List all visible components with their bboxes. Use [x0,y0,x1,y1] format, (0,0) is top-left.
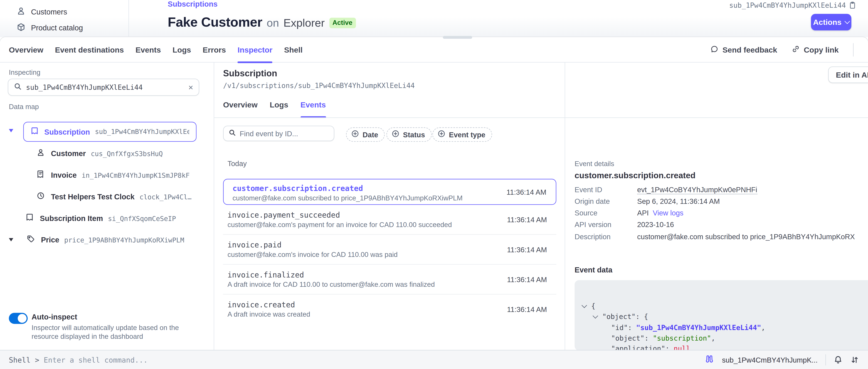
event-type: customer.subscription.created [232,184,363,193]
breadcrumb-subscriptions[interactable]: Subscriptions [168,0,218,8]
tab-logs[interactable]: Logs [173,37,191,62]
auto-inspect-label: Auto-inspect [32,313,77,321]
filter-chip-label: Date [363,130,378,139]
detail-label: Event ID [575,185,602,194]
shell-prompt-input[interactable]: Shell > Enter a shell command... [9,350,148,369]
invoice-icon [36,170,45,181]
event-row[interactable]: invoice.created A draft invoice was crea… [223,295,556,325]
shell-placeholder: Enter a shell command... [44,356,148,364]
box-icon [17,22,26,33]
event-row[interactable]: invoice.finalized A draft invoice for CA… [223,265,556,295]
tab-errors[interactable]: Errors [203,37,226,62]
detail-row-event-id: Event ID evt_1Pw4CoBY4YhJumpKw0ePNHFi [565,185,868,197]
tab-shell[interactable]: Shell [284,37,303,62]
tab-overview[interactable]: Overview [9,37,43,62]
resource-title: Subscription [223,69,277,79]
json-null-value: null [674,344,690,350]
shell-status-area: sub_1Pw4CmBY4YhJumpK... [705,350,859,369]
detail-value: Sep 6, 2024, 11:36:14 AM [637,197,720,205]
actions-button-label: Actions [813,18,841,27]
tree-item-label: Price [41,236,59,244]
tab-resource-events[interactable]: Events [301,92,326,117]
bell-icon[interactable] [834,356,843,365]
auto-inspect-toggle[interactable] [9,313,28,324]
detail-row-description: Description customer@fake.com subscribed… [565,233,868,244]
clipboard-icon[interactable] [849,1,857,11]
event-description: A draft invoice for CAD 110.00 to custom… [227,281,435,288]
search-icon [228,128,236,139]
event-type: invoice.payment_succeeded [227,210,340,219]
status-badge: Active [329,18,356,28]
event-description: customer@fake.com's invoice for CAD 110.… [227,251,398,258]
page-title: Fake Customer [168,14,262,30]
sidebar-item-product-catalog[interactable]: Product catalog [0,21,128,36]
find-event-input[interactable]: Find event by ID... [223,126,334,141]
event-time: 11:36:14 AM [507,305,547,314]
tab-resource-logs[interactable]: Logs [270,92,288,117]
event-time: 11:36:14 AM [507,245,547,253]
panel-drag-handle[interactable] [443,36,472,39]
expander-icon[interactable] [9,238,13,242]
event-row[interactable]: invoice.payment_succeeded customer@fake.… [223,205,556,235]
tree-item-test-clock[interactable]: Test Helpers Test Clock clock_1Pw4Cl… [36,186,191,208]
speech-bubble-icon [710,45,719,55]
filter-chip-event-type[interactable]: Event type [432,127,492,142]
event-type: invoice.created [227,300,295,309]
event-description: A draft invoice was created [227,311,310,318]
sidebar-item-customers[interactable]: Customers [0,4,128,20]
event-time: 11:36:14 AM [507,275,547,283]
send-feedback-button[interactable]: Send feedback [710,45,777,55]
price-tag-icon [27,235,35,245]
binoculars-icon[interactable] [705,354,714,366]
json-id-value: "sub_1Pw4CmBY4YhJumpKXlEeLi44" [636,323,761,331]
copy-link-label: Copy link [804,45,839,54]
event-row-selected[interactable]: customer.subscription.created customer@f… [223,179,556,205]
tab-resource-overview[interactable]: Overview [223,92,257,117]
detail-label: API version [575,220,612,229]
filter-chip-status[interactable]: Status [386,127,432,142]
view-logs-link[interactable]: View logs [653,209,684,217]
tree-item-customer[interactable]: Customer cus_QnfXfgxS3bsHuQ [36,143,163,164]
shell-context-id[interactable]: sub_1Pw4CmBY4YhJumpK... [722,356,817,364]
customer-icon [36,148,45,159]
clock-icon [36,192,45,202]
resource-tabs: Overview Logs Events [223,92,326,117]
filter-chip-date[interactable]: Date [346,127,385,142]
detail-value: evt_1Pw4CoBY4YhJumpKw0ePNHFi [637,185,757,194]
tab-inspector[interactable]: Inspector [238,37,272,62]
tree-item-label: Customer [51,150,86,158]
collapse-chevron-icon[interactable] [582,303,587,308]
send-feedback-label: Send feedback [722,45,777,54]
event-time: 11:36:14 AM [507,215,547,224]
event-row[interactable]: invoice.paid customer@fake.com's invoice… [223,235,556,265]
tree-item-label: Test Helpers Test Clock [51,193,134,201]
tab-events[interactable]: Events [135,37,161,62]
tree-item-invoice[interactable]: Invoice in_1Pw4CmBY4YhJumpK1SmJP8kF [36,164,190,186]
data-map-label: Data map [9,103,39,111]
event-type: invoice.finalized [227,270,304,279]
event-details-title: customer.subscription.created [575,171,695,180]
shell-prompt-label: Shell [9,356,31,364]
sort-arrows-icon[interactable] [850,356,859,365]
actions-button[interactable]: Actions [811,14,851,30]
shell-bar: Shell > Enter a shell command... sub_1Pw… [0,350,868,369]
subscription-icon [30,127,39,137]
copy-link-button[interactable]: Copy link [792,45,839,55]
tree-item-price[interactable]: Price price_1P9ABhBY4YhJumpKoRXiwPLM [27,229,184,251]
expander-icon[interactable] [9,129,13,132]
resource-panel: Subscription /v1/subscriptions/sub_1Pw4C… [214,63,565,350]
tree-item-subscription-item[interactable]: Subscription Item si_QnfXSqomCeSeIP [25,208,176,229]
detail-value: API View logs [637,209,684,217]
tree-item-label: Subscription [44,128,90,136]
tab-event-destinations[interactable]: Event destinations [55,37,124,62]
collapse-chevron-icon[interactable] [593,313,598,319]
tree-item-id: price_1P9ABhBY4YhJumpKoRXiwPLM [64,236,184,244]
clear-search-icon[interactable]: × [188,83,193,91]
event-data-json: { "object": { "id": "sub_1Pw4CmBY4YhJump… [575,280,868,350]
inspect-search-input[interactable]: sub_1Pw4CmBY4YhJumpKXlEeLi44 × [8,79,199,96]
inspect-search-value: sub_1Pw4CmBY4YhJumpKXlEeLi44 [26,83,184,91]
plus-circle-icon [351,130,359,140]
detail-row-api-version: API version 2023-10-16 [565,220,868,232]
tree-item-subscription[interactable]: Subscription sub_1Pw4CmBY4YhJumpKXlEeL… [23,122,196,142]
resource-id-text[interactable]: sub_1Pw4CmBY4YhJumpKXlEeLi44 [729,1,846,9]
